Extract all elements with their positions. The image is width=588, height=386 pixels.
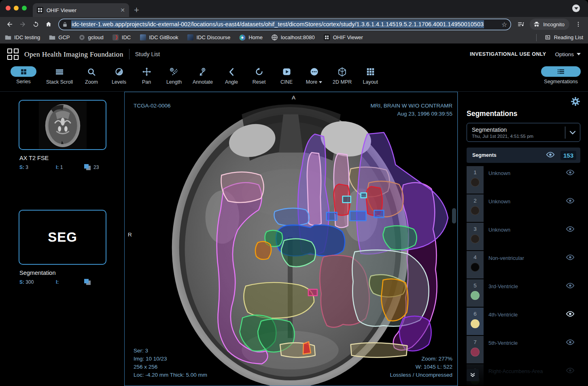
levels-icon (115, 66, 123, 77)
series-meta: S: 300 I: (19, 279, 106, 285)
series-thumbnail-ax-t2-fse[interactable] (19, 100, 106, 150)
segment-visibility-eye-icon[interactable] (566, 339, 575, 363)
toolbar-button-label: Angle (225, 79, 238, 85)
browser-menu-button[interactable] (573, 19, 584, 30)
dropdown-divider (565, 127, 565, 139)
toolbar-button-label: More (306, 79, 317, 85)
toolbar-button-label: Reset (253, 79, 266, 85)
segment-color-swatch (471, 319, 480, 328)
reading-list-button[interactable]: Reading List (545, 34, 583, 41)
browser-tab[interactable]: OHIF Viewer ✕ (33, 3, 129, 17)
segment-row-2[interactable]: 2Unknown (467, 194, 580, 222)
segment-number: 5 (473, 283, 477, 289)
toolbar-button-series[interactable]: Series (11, 66, 36, 85)
address-bar[interactable]: idc-tester-1.web.app/projects/idc-extern… (58, 19, 511, 30)
bookmark-label: IDC GitBook (149, 34, 178, 40)
segmentation-settings-gear-icon[interactable] (571, 97, 580, 109)
tab-search-chevron-icon[interactable] (572, 4, 580, 12)
header-divider (129, 49, 129, 59)
segment-number-cell[interactable]: 2 (467, 194, 484, 222)
media-controls-icon[interactable] (515, 19, 526, 30)
segment-row-8[interactable]: 8Right-Accumbens-Area (467, 364, 580, 386)
image-viewport[interactable]: A R TCGA-02-0006 MRI, BRAIN W W/O CONTRA… (124, 92, 458, 386)
toolbar-button-annotate[interactable]: Annotate (193, 66, 213, 85)
toolbar-button-layout[interactable]: Layout (361, 66, 379, 85)
segment-color-swatch (471, 178, 480, 187)
segment-number-cell[interactable]: 1 (467, 166, 484, 194)
bookmark-gcp[interactable]: GCP (49, 34, 70, 41)
toolbar-button-levels[interactable]: Levels (110, 66, 128, 85)
segment-number-cell[interactable]: 4 (467, 251, 484, 278)
segment-visibility-eye-icon[interactable] (566, 311, 575, 335)
scroll-down-indicator[interactable] (467, 369, 479, 381)
bookmark-idc-gitbook[interactable]: IDC GitBook (140, 34, 178, 41)
zoom-window-button[interactable] (22, 6, 27, 11)
viewport-scrollbar-thumb[interactable] (452, 208, 456, 224)
brand-title: Open Health Imaging Foundation (24, 50, 123, 59)
options-label: Options (555, 51, 574, 57)
toolbar-button-stack-scroll[interactable]: Stack Scroll (46, 66, 73, 85)
segment-row-6[interactable]: 64th-Ventricle (467, 308, 580, 335)
toolbar-button-label: CINE (280, 79, 293, 85)
segment-row-7[interactable]: 75th-Ventricle (467, 336, 580, 363)
segmentation-select-dropdown[interactable]: Segmentation Thu, Jul 1st 2021, 4:51:55 … (467, 123, 580, 142)
segment-row-3[interactable]: 3Unknown (467, 223, 580, 250)
bookmark-idc[interactable]: IDC (113, 34, 131, 41)
toolbar-button-2d-mpr[interactable]: 2D MPR (333, 66, 352, 85)
segment-number-cell[interactable]: 7 (467, 336, 484, 363)
segment-number-cell[interactable]: 3 (467, 223, 484, 250)
back-button[interactable] (4, 19, 15, 30)
bookmark-idc-testing[interactable]: IDC testing (5, 34, 40, 41)
segment-row-1[interactable]: 1Unknown (467, 166, 580, 194)
home-button[interactable] (43, 19, 54, 30)
segmentations-panel-button[interactable]: Segmentations (541, 66, 581, 84)
series-thumbnail-segmentation[interactable]: SEG (19, 210, 106, 265)
minimize-window-button[interactable] (14, 6, 19, 11)
segment-visibility-eye-icon[interactable] (566, 367, 575, 386)
bookmark-idc-discourse[interactable]: IDC Discourse (187, 34, 230, 41)
toolbar-button-zoom[interactable]: Zoom (83, 66, 100, 85)
length-icon (170, 66, 178, 77)
app-toolbar: SeriesStack ScrollZoomLevelsPanLengthAnn… (0, 65, 588, 91)
toolbar-button-label: Stack Scroll (46, 79, 73, 85)
toolbar-button-cine[interactable]: CINE (278, 66, 295, 85)
cine-icon (282, 66, 291, 77)
bookmark-ohif-viewer[interactable]: OHIF Viewer (324, 34, 363, 41)
segment-visibility-eye-icon[interactable] (566, 169, 575, 194)
toolbar-button-pan[interactable]: Pan (138, 66, 155, 85)
series-meta: S: 3 I: 1 23 (19, 164, 106, 170)
segment-number-cell[interactable]: 6 (467, 308, 484, 335)
ohif-logo-icon[interactable] (7, 49, 19, 60)
segment-row-5[interactable]: 53rd-Ventricle (467, 279, 580, 307)
url-text[interactable]: idc-tester-1.web.app/projects/idc-extern… (71, 20, 484, 28)
bookmark-gcloud[interactable]: gcloud (79, 34, 103, 41)
orientation-marker-right: R (128, 232, 132, 238)
segment-visibility-eye-icon[interactable] (566, 283, 575, 307)
study-list-link[interactable]: Study List (135, 51, 160, 57)
toolbar-button-more[interactable]: More (305, 66, 323, 85)
forward-button[interactable] (17, 19, 28, 30)
segment-visibility-eye-icon[interactable] (566, 226, 575, 250)
segment-visibility-eye-icon[interactable] (566, 254, 575, 278)
toolbar-button-angle[interactable]: Angle (223, 66, 240, 85)
segment-visibility-eye-icon[interactable] (566, 198, 575, 222)
segments-header: Segments 153 (467, 148, 580, 163)
bookmark-home[interactable]: Home (239, 34, 263, 41)
segment-row-4[interactable]: 4Non-ventricular (467, 251, 580, 278)
tab-close-icon[interactable]: ✕ (120, 7, 125, 13)
bookmarks-bar: IDC testingGCPgcloudIDCIDC GitBookIDC Di… (0, 32, 588, 44)
new-tab-button[interactable]: + (134, 6, 139, 15)
bookmark-label: IDC Discourse (196, 34, 230, 40)
segment-number-cell[interactable]: 5 (467, 279, 484, 307)
gitbook-icon (140, 34, 146, 41)
toggle-all-visibility-eye-icon[interactable] (546, 152, 555, 159)
options-menu[interactable]: Options (555, 51, 581, 57)
close-window-button[interactable] (6, 6, 11, 11)
toolbar-button-reset[interactable]: Reset (250, 66, 268, 85)
toolbar-button-length[interactable]: Length (165, 66, 183, 85)
globe-icon (272, 34, 278, 41)
chevron-down-icon[interactable] (569, 129, 576, 136)
bookmark-localhost-8080[interactable]: localhost:8080 (272, 34, 315, 41)
reload-button[interactable] (30, 19, 41, 30)
bookmark-star-icon[interactable]: ☆ (498, 21, 507, 28)
